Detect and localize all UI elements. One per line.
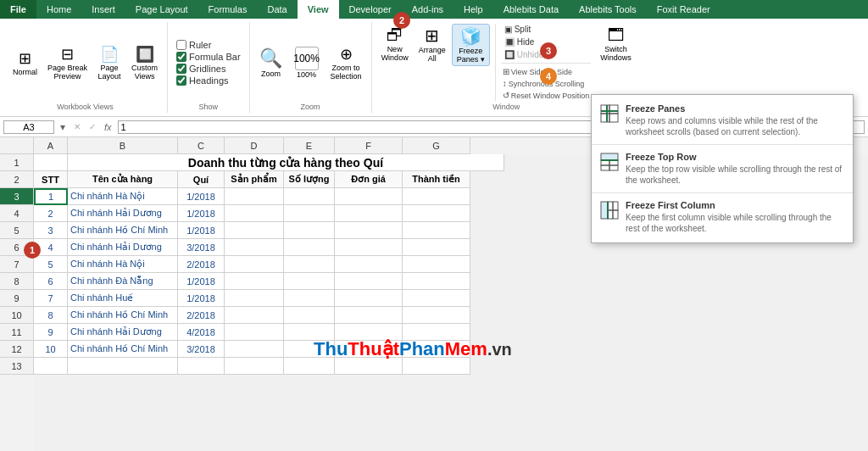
col-header-f[interactable]: F — [335, 137, 403, 154]
cell-a13[interactable] — [34, 358, 68, 375]
cell-g5[interactable] — [403, 222, 470, 239]
cell-b3[interactable]: Chi nhánh Hà Nội — [68, 188, 178, 205]
cell-b13[interactable] — [68, 358, 178, 375]
row-header-9[interactable]: 9 — [0, 290, 34, 307]
cell-b9[interactable]: Chi nhánh Huế — [68, 290, 178, 307]
cell-e2[interactable]: Số lượng — [284, 171, 335, 188]
col-header-b[interactable]: B — [68, 137, 178, 154]
cell-a7[interactable]: 5 — [34, 256, 68, 273]
tab-ablebits-tools[interactable]: Ablebits Tools — [569, 0, 647, 19]
tab-formulas[interactable]: Formulas — [198, 0, 258, 19]
row-header-7[interactable]: 7 — [0, 256, 34, 273]
arrange-all-button[interactable]: ⊞ ArrangeAll — [415, 24, 450, 64]
cell-c6[interactable]: 3/2018 — [178, 239, 225, 256]
cell-g2[interactable]: Thành tiền — [403, 171, 470, 188]
cell-c3[interactable]: 1/2018 — [178, 188, 225, 205]
cell-d5[interactable] — [225, 222, 284, 239]
page-break-button[interactable]: ⊟ Page BreakPreview — [43, 43, 92, 82]
cell-c7[interactable]: 2/2018 — [178, 256, 225, 273]
cell-e3[interactable] — [284, 188, 335, 205]
tab-insert[interactable]: Insert — [81, 0, 125, 19]
cell-c10[interactable]: 2/2018 — [178, 307, 225, 324]
cell-a5[interactable]: 3 — [34, 222, 68, 239]
cell-b5[interactable]: Chi nhánh Hồ Chí Minh — [68, 222, 178, 239]
ruler-checkbox[interactable] — [176, 40, 186, 50]
headings-checkbox[interactable] — [176, 75, 186, 86]
cell-a8[interactable]: 6 — [34, 273, 68, 290]
cell-d6[interactable] — [225, 239, 284, 256]
confirm-icon[interactable]: ✓ — [86, 122, 98, 131]
freeze-top-row-item[interactable]: Freeze Top Row Keep the top row visible … — [592, 147, 853, 191]
cell-e11[interactable] — [284, 324, 335, 341]
custom-views-button[interactable]: 🔲 CustomViews — [127, 43, 162, 82]
cell-e8[interactable] — [284, 273, 335, 290]
cell-c4[interactable]: 1/2018 — [178, 205, 225, 222]
split-button[interactable]: ▣ Split — [501, 24, 592, 35]
cell-g4[interactable] — [403, 205, 470, 222]
row-header-11[interactable]: 11 — [0, 324, 34, 341]
cell-g11[interactable] — [403, 324, 470, 341]
zoom-selection-button[interactable]: ⊕ Zoom toSelection — [326, 43, 366, 82]
row-header-3[interactable]: 3 — [0, 188, 34, 205]
formula-bar-checkbox[interactable] — [176, 52, 186, 62]
cancel-icon[interactable]: ✕ — [71, 122, 83, 131]
cell-a1[interactable] — [34, 154, 68, 171]
cell-b7[interactable]: Chi nhánh Hà Nội — [68, 256, 178, 273]
cell-a9[interactable]: 7 — [34, 290, 68, 307]
cell-e6[interactable] — [284, 239, 335, 256]
cell-e12[interactable] — [284, 341, 335, 358]
cell-d7[interactable] — [225, 256, 284, 273]
new-window-button[interactable]: 🗗 NewWindow — [377, 24, 413, 64]
cell-f11[interactable] — [335, 324, 403, 341]
row-header-5[interactable]: 5 — [0, 222, 34, 239]
cell-e10[interactable] — [284, 307, 335, 324]
cell-f2[interactable]: Đơn giá — [335, 171, 403, 188]
cell-c5[interactable]: 1/2018 — [178, 222, 225, 239]
reset-window-button[interactable]: ↺ Reset Window Position — [501, 90, 592, 101]
cell-f10[interactable] — [335, 307, 403, 324]
tab-page-layout[interactable]: Page Layout — [125, 0, 198, 19]
cell-g13[interactable] — [403, 358, 470, 375]
cell-b10[interactable]: Chi nhánh Hồ Chí Minh — [68, 307, 178, 324]
row-header-13[interactable]: 13 — [0, 358, 34, 375]
cell-d8[interactable] — [225, 273, 284, 290]
cell-d4[interactable] — [225, 205, 284, 222]
cell-b2[interactable]: Tên cửa hàng — [68, 171, 178, 188]
cell-g3[interactable] — [403, 188, 470, 205]
cell-d11[interactable] — [225, 324, 284, 341]
col-header-e[interactable]: E — [284, 137, 335, 154]
tab-data[interactable]: Data — [257, 0, 297, 19]
cell-g7[interactable] — [403, 256, 470, 273]
expand-name-box-icon[interactable]: ▾ — [58, 121, 68, 133]
page-layout-button[interactable]: 📄 PageLayout — [93, 43, 125, 82]
cell-f13[interactable] — [335, 358, 403, 375]
cell-b4[interactable]: Chi nhánh Hải Dương — [68, 205, 178, 222]
name-box[interactable] — [3, 120, 54, 134]
freeze-panes-item[interactable]: Freeze Panes Keep rows and columns visib… — [592, 98, 853, 142]
cell-b8[interactable]: Chi nhánh Đà Nẵng — [68, 273, 178, 290]
cell-c12[interactable]: 3/2018 — [178, 341, 225, 358]
cell-f7[interactable] — [335, 256, 403, 273]
cell-c13[interactable] — [178, 358, 225, 375]
cell-a10[interactable]: 8 — [34, 307, 68, 324]
cell-c2[interactable]: Quí — [178, 171, 225, 188]
zoom-button[interactable]: 🔍 Zoom — [255, 46, 287, 80]
insert-function-icon[interactable]: fx — [102, 122, 114, 132]
cell-g6[interactable] — [403, 239, 470, 256]
cell-d12[interactable] — [225, 341, 284, 358]
col-header-d[interactable]: D — [225, 137, 284, 154]
gridlines-checkbox[interactable] — [176, 64, 186, 74]
tab-home[interactable]: Home — [36, 0, 81, 19]
cell-c11[interactable]: 4/2018 — [178, 324, 225, 341]
row-header-10[interactable]: 10 — [0, 307, 34, 324]
tab-file[interactable]: File — [0, 0, 36, 19]
cell-f3[interactable] — [335, 188, 403, 205]
tab-view[interactable]: View — [298, 0, 339, 19]
row-header-12[interactable]: 12 — [0, 341, 34, 358]
cell-f9[interactable] — [335, 290, 403, 307]
tab-developer[interactable]: Developer — [339, 0, 402, 19]
cell-f5[interactable] — [335, 222, 403, 239]
cell-a12[interactable]: 10 — [34, 341, 68, 358]
cell-f4[interactable] — [335, 205, 403, 222]
cell-b12[interactable]: Chi nhánh Hồ Chí Minh — [68, 341, 178, 358]
